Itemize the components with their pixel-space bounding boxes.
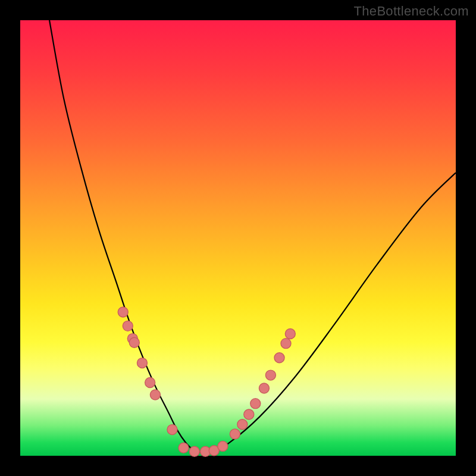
data-dot: [285, 329, 295, 339]
curve-right-branch: [195, 173, 456, 452]
data-dot: [237, 419, 248, 430]
data-dot: [230, 429, 240, 439]
data-dot: [118, 307, 128, 317]
data-dot: [150, 390, 160, 400]
data-dot: [244, 409, 254, 419]
data-dot: [123, 321, 133, 331]
data-dot: [281, 339, 291, 349]
curve-svg: [20, 20, 456, 456]
curve-left-branch: [49, 20, 195, 452]
data-dot: [178, 443, 189, 453]
plot-area: [20, 20, 456, 456]
data-dots: [118, 307, 295, 456]
data-dot: [189, 446, 199, 456]
data-dot: [167, 425, 177, 435]
data-dot: [145, 378, 155, 388]
data-dot: [137, 358, 147, 368]
watermark-text: TheBottleneck.com: [354, 4, 469, 19]
data-dot: [259, 383, 269, 393]
chart-stage: TheBottleneck.com: [0, 0, 476, 476]
data-dot: [129, 337, 139, 347]
data-dot: [274, 353, 284, 363]
data-dot: [250, 399, 261, 409]
data-dot: [265, 370, 275, 380]
data-dot: [218, 441, 228, 451]
